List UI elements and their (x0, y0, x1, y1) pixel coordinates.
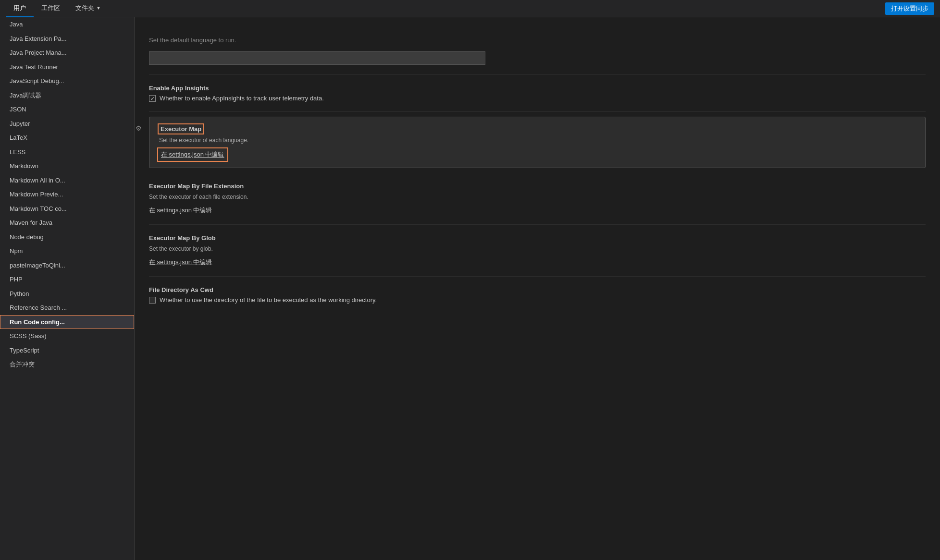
executor-map-desc: Set the executor of each language. (159, 136, 915, 145)
tab-workspace[interactable]: 工作区 (34, 0, 68, 17)
sidebar-item-npm[interactable]: Npm (0, 244, 134, 258)
tab-group: 用户 工作区 文件夹 ▼ (6, 0, 109, 17)
app-insights-checkbox[interactable]: ✓ (149, 95, 156, 102)
tab-folder-label: 文件夹 (75, 4, 94, 12)
sidebar-item-scss[interactable]: SCSS (Sass) (0, 329, 134, 343)
sidebar-item-merge-conflict[interactable]: 合并冲突 (0, 357, 134, 372)
tab-user[interactable]: 用户 (6, 0, 34, 17)
sidebar-item-java[interactable]: Java (0, 17, 134, 32)
main-content: Java Java Extension Pa... Java Project M… (0, 17, 940, 560)
setting-executor-map: Executor Map Set the executor of each la… (149, 117, 926, 168)
sidebar-item-markdown-allin[interactable]: Markdown All in O... (0, 173, 134, 188)
sidebar-item-jupyter[interactable]: Jupyter (0, 117, 134, 131)
executor-by-ext-desc: Set the executor of each file extension. (149, 193, 926, 201)
sidebar-item-typescript[interactable]: TypeScript (0, 343, 134, 358)
sidebar-item-java-project[interactable]: Java Project Mana... (0, 46, 134, 60)
sidebar-item-json[interactable]: JSON (0, 102, 134, 117)
sidebar-item-run-code[interactable]: Run Code config... (0, 315, 134, 329)
tab-workspace-label: 工作区 (41, 4, 60, 12)
sidebar-item-java-ext-pa[interactable]: Java Extension Pa... (0, 32, 134, 46)
gear-icon[interactable]: ⚙ (136, 124, 142, 132)
setting-app-insights: Enable App Insights ✓ Whether to enable … (149, 75, 926, 112)
executor-by-ext-edit-link[interactable]: 在 settings.json 中编辑 (149, 206, 212, 215)
settings-panel: Set the default language to run. Enable … (135, 17, 940, 560)
sidebar-item-less[interactable]: LESS (0, 145, 134, 159)
sidebar-item-reference-search[interactable]: Reference Search ... (0, 301, 134, 315)
executor-by-glob-title: Executor Map By Glob (149, 234, 926, 242)
sidebar-item-maven[interactable]: Maven for Java (0, 216, 134, 230)
sidebar-item-latex[interactable]: LaTeX (0, 131, 134, 145)
sidebar: Java Java Extension Pa... Java Project M… (0, 17, 135, 560)
executor-by-glob-edit-link[interactable]: 在 settings.json 中编辑 (149, 258, 212, 267)
sidebar-item-php[interactable]: PHP (0, 272, 134, 287)
setting-executor-by-glob: Executor Map By Glob Set the executor by… (149, 225, 926, 277)
executor-map-edit-link[interactable]: 在 settings.json 中编辑 (159, 149, 226, 160)
file-dir-cwd-checkbox[interactable] (149, 297, 156, 304)
file-dir-cwd-desc: Whether to use the directory of the file… (160, 296, 377, 304)
app-insights-checkbox-row: ✓ Whether to enable AppInsights to track… (149, 95, 926, 102)
executor-map-title: Executor Map (159, 125, 915, 133)
setting-executor-by-ext: Executor Map By File Extension Set the e… (149, 173, 926, 225)
app-insights-title: Enable App Insights (149, 85, 926, 92)
sidebar-item-markdown-preview[interactable]: Markdown Previe... (0, 187, 134, 202)
tab-user-label: 用户 (13, 4, 26, 12)
executor-map-title-text: Executor Map (159, 125, 203, 133)
chevron-down-icon: ▼ (96, 5, 101, 11)
default-lang-input[interactable] (149, 51, 485, 65)
sidebar-item-js-debug[interactable]: JavaScript Debug... (0, 74, 134, 88)
tab-folder[interactable]: 文件夹 ▼ (68, 0, 109, 17)
executor-by-ext-title: Executor Map By File Extension (149, 183, 926, 190)
sidebar-item-java-test[interactable]: Java Test Runner (0, 60, 134, 74)
sidebar-item-paste-image[interactable]: pasteImageToQini... (0, 258, 134, 273)
sidebar-item-java-debugger[interactable]: Java调试器 (0, 88, 134, 103)
default-lang-desc: Set the default language to run. (149, 27, 926, 48)
setting-default-lang: Set the default language to run. (149, 17, 926, 75)
app-insights-desc: Whether to enable AppInsights to track u… (160, 95, 324, 102)
executor-map-section: ⚙ Executor Map Set the executor of each … (149, 117, 926, 168)
sidebar-item-node-debug[interactable]: Node debug (0, 230, 134, 244)
executor-by-glob-desc: Set the executor by glob. (149, 244, 926, 253)
sidebar-item-markdown-toc[interactable]: Markdown TOC co... (0, 202, 134, 216)
sidebar-item-python[interactable]: Python (0, 287, 134, 301)
setting-file-dir-cwd: File Directory As Cwd Whether to use the… (149, 277, 926, 313)
sidebar-item-markdown[interactable]: Markdown (0, 159, 134, 173)
sync-button[interactable]: 打开设置同步 (885, 2, 934, 15)
file-dir-cwd-title: File Directory As Cwd (149, 286, 926, 293)
file-dir-cwd-checkbox-row: Whether to use the directory of the file… (149, 296, 926, 304)
top-bar: 用户 工作区 文件夹 ▼ 打开设置同步 (0, 0, 940, 17)
